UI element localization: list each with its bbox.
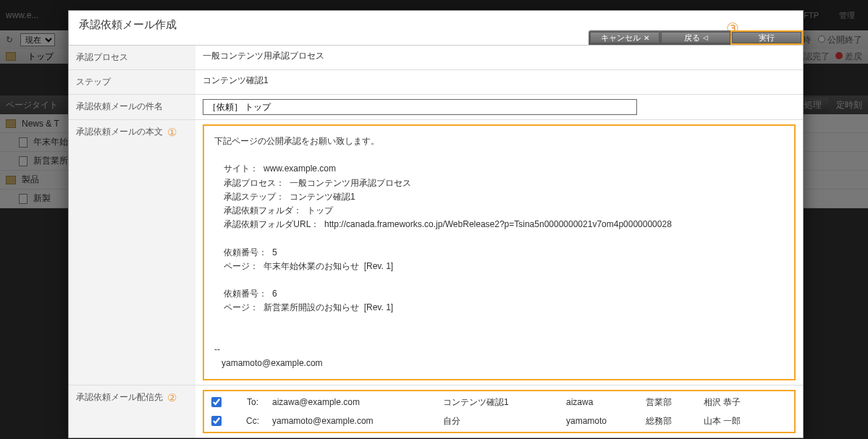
dist-email: yamamoto@example.com	[262, 416, 443, 426]
dist-check[interactable]	[211, 397, 222, 407]
distribution-row: 承認依頼メール配信先 ② To: aizawa@example.com コンテン…	[69, 385, 803, 438]
distribution-row-item: To: aizawa@example.com コンテンツ確認1 aizawa 営…	[207, 393, 791, 412]
step-marker-2: ②	[167, 391, 177, 404]
dist-email: aizawa@example.com	[262, 397, 443, 407]
execute-button[interactable]: 実行	[732, 32, 801, 43]
dist-user: yamamoto	[566, 416, 646, 426]
dist-dept: 総務部	[646, 415, 704, 427]
close-icon: ✕	[644, 34, 649, 42]
dist-dept: 営業部	[646, 396, 704, 409]
body-label: 承認依頼メールの本文 ①	[69, 120, 195, 385]
step-value: コンテンツ確認1	[195, 70, 803, 94]
modal-body: 承認プロセス 一般コンテンツ用承認プロセス ステップ コンテンツ確認1 承認依頼…	[69, 45, 803, 438]
distribution-row-item: Cc: yamamoto@example.com 自分 yamamoto 総務部…	[207, 412, 791, 430]
subject-label: 承認依頼メールの件名	[69, 95, 195, 119]
step-row: ステップ コンテンツ確認1	[69, 69, 803, 94]
distribution-label: 承認依頼メール配信先 ②	[69, 385, 195, 438]
dist-tocc: To:	[226, 397, 262, 407]
step-label: ステップ	[69, 70, 195, 94]
process-label: 承認プロセス	[69, 46, 195, 69]
dist-check[interactable]	[211, 416, 222, 426]
step-marker-1: ①	[167, 126, 177, 139]
dist-step: コンテンツ確認1	[443, 396, 566, 409]
dist-name: 山本 一郎	[704, 415, 791, 427]
dist-tocc: Cc:	[226, 416, 262, 426]
dist-name: 相沢 恭子	[704, 396, 791, 409]
process-value: 一般コンテンツ用承認プロセス	[195, 46, 803, 69]
body-textarea[interactable]: 下記ページの公開承認をお願い致します。 サイト： www.example.com…	[203, 124, 796, 380]
body-row: 承認依頼メールの本文 ① 下記ページの公開承認をお願い致します。 サイト： ww…	[69, 119, 803, 385]
modal-action-bar: キャンセル ✕ 戻る ◁ 実行	[589, 30, 803, 45]
dist-user: aizawa	[566, 397, 646, 407]
dist-step: 自分	[443, 415, 566, 427]
subject-input[interactable]	[203, 99, 637, 115]
approval-mail-modal: 承認依頼メール作成 ③ キャンセル ✕ 戻る ◁ 実行 承認プロセス 一般コンテ…	[68, 10, 804, 438]
back-icon: ◁	[703, 34, 708, 41]
process-row: 承認プロセス 一般コンテンツ用承認プロセス	[69, 45, 803, 69]
back-button[interactable]: 戻る ◁	[661, 32, 730, 43]
distribution-table: To: aizawa@example.com コンテンツ確認1 aizawa 営…	[203, 390, 796, 433]
modal-titlebar: 承認依頼メール作成 ③ キャンセル ✕ 戻る ◁ 実行	[69, 11, 803, 45]
cancel-button[interactable]: キャンセル ✕	[590, 32, 660, 43]
subject-row: 承認依頼メールの件名	[69, 94, 803, 119]
